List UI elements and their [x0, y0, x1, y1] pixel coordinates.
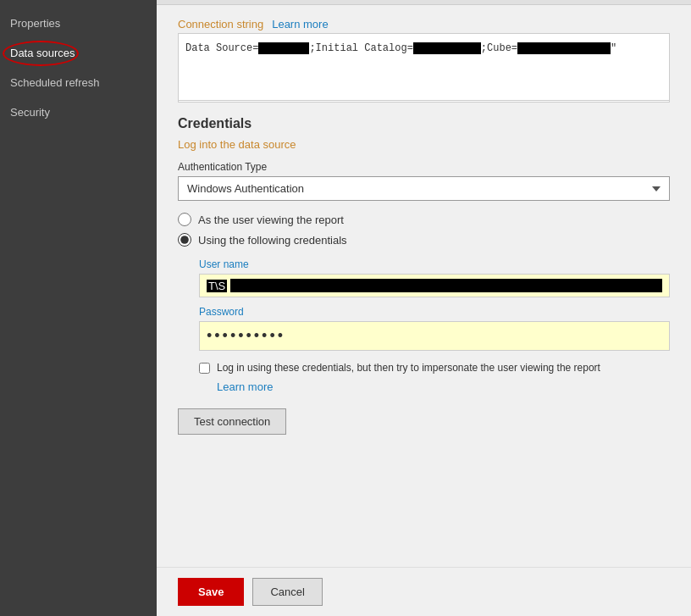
radio-item-credentials: Using the following credentials	[178, 233, 670, 247]
username-prefix: T\S	[207, 280, 227, 292]
bottom-bar: Save Cancel	[157, 567, 691, 616]
sidebar-item-security[interactable]: Security	[0, 97, 157, 127]
sidebar-item-label: Security	[10, 106, 50, 119]
connection-string-label: Connection string	[178, 18, 263, 31]
radio-item-viewer: As the user viewing the report	[178, 213, 670, 226]
sidebar-item-scheduled-refresh[interactable]: Scheduled refresh	[0, 68, 157, 97]
radio-credentials-label: Using the following credentials	[198, 234, 347, 247]
connection-string-textarea[interactable]	[178, 35, 670, 103]
impersonate-label: Log in using these credentials, but then…	[217, 361, 600, 375]
save-button[interactable]: Save	[178, 578, 244, 606]
sidebar-item-properties[interactable]: Properties	[0, 8, 157, 38]
main-content: Connection string Learn more Data Source…	[157, 0, 691, 616]
password-field-display[interactable]: ••••••••••	[199, 321, 670, 351]
cancel-button[interactable]: Cancel	[252, 578, 322, 606]
sidebar-item-data-sources[interactable]: Data sources	[0, 38, 157, 68]
sidebar: Properties Data sources Scheduled refres…	[0, 0, 157, 616]
connection-string-learn-more[interactable]: Learn more	[272, 18, 328, 31]
sidebar-item-label: Scheduled refresh	[10, 76, 100, 89]
radio-viewer-label: As the user viewing the report	[198, 214, 344, 226]
credential-fields: User name T\S Password •••••••••• Log in…	[199, 258, 670, 393]
radio-as-viewer[interactable]	[178, 213, 191, 226]
impersonate-checkbox[interactable]	[199, 363, 210, 374]
user-name-label: User name	[199, 258, 670, 270]
username-display: T\S	[199, 274, 670, 297]
radio-use-credentials[interactable]	[178, 233, 191, 247]
sidebar-item-label: Data sources	[10, 47, 75, 59]
radio-group: As the user viewing the report Using the…	[178, 213, 670, 247]
sidebar-item-label: Properties	[10, 17, 60, 30]
auth-type-label: Authentication Type	[178, 161, 670, 173]
impersonate-learn-more[interactable]: Learn more	[217, 380, 670, 393]
test-connection-button[interactable]: Test connection	[178, 408, 286, 435]
content-area: Connection string Learn more Data Source…	[157, 5, 691, 567]
auth-type-select[interactable]: Windows Authentication Basic Authenticat…	[178, 176, 670, 201]
impersonate-row: Log in using these credentials, but then…	[199, 361, 670, 375]
username-redacted	[230, 279, 662, 292]
connection-string-section-label: Connection string Learn more	[178, 18, 670, 31]
credentials-sub-label: Log into the data source	[178, 138, 670, 151]
credentials-header: Credentials	[178, 116, 670, 131]
password-label: Password	[199, 306, 670, 318]
